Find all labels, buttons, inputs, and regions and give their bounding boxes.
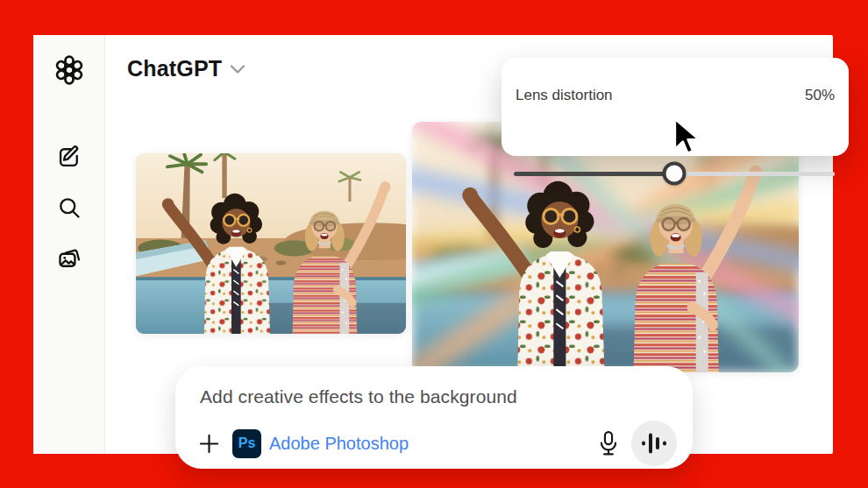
attach-button[interactable] <box>195 429 223 457</box>
model-switcher[interactable]: ChatGPT <box>127 56 245 81</box>
waveform-icon <box>639 430 669 456</box>
plus-icon <box>197 432 221 456</box>
edited-photo <box>412 122 799 372</box>
slider-thumb[interactable] <box>663 162 687 186</box>
photoshop-app-link[interactable]: Adobe Photoshop <box>269 434 409 454</box>
sidebar <box>33 35 105 454</box>
lens-distortion-slider[interactable] <box>514 172 835 176</box>
lens-distortion-label: Lens distortion <box>516 87 613 104</box>
photoshop-app-icon[interactable]: Ps <box>232 429 261 458</box>
dictate-button[interactable] <box>594 428 623 458</box>
search-icon[interactable] <box>53 191 86 224</box>
chevron-down-icon <box>230 64 245 74</box>
composer-toolbar: Ps Adobe Photoshop <box>195 424 677 463</box>
lens-panel-header: Lens distortion 50% <box>516 87 835 104</box>
composer[interactable]: Add creative effects to the background P… <box>175 366 693 469</box>
lens-distortion-panel: Lens distortion 50% <box>502 58 849 156</box>
voice-mode-button[interactable] <box>631 421 677 466</box>
slider-fill <box>514 172 674 176</box>
ps-badge-label: Ps <box>238 435 256 451</box>
lens-distortion-value: 50% <box>805 87 835 104</box>
original-photo <box>136 153 406 334</box>
library-icon[interactable] <box>53 242 86 275</box>
prompt-text[interactable]: Add creative effects to the background <box>200 386 517 407</box>
new-chat-icon[interactable] <box>53 140 86 173</box>
openai-logo <box>53 53 86 87</box>
marketing-frame: ChatGPT Lens distortion 50% <box>0 0 868 488</box>
page-title: ChatGPT <box>127 56 222 81</box>
microphone-icon <box>597 430 620 456</box>
